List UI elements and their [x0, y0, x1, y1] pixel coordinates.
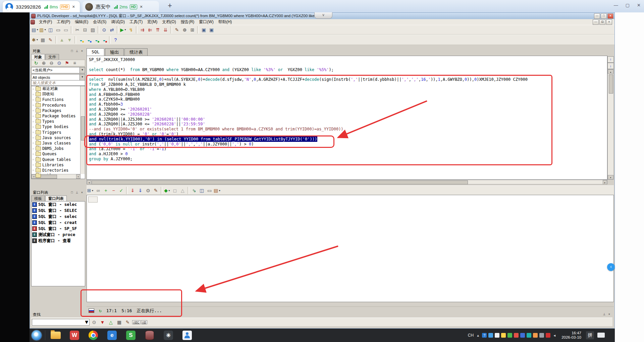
print-icon[interactable]: ▭	[54, 26, 62, 34]
menu-item[interactable]: 调试(D)	[109, 19, 127, 24]
print-setup-icon[interactable]: ▭	[62, 26, 70, 34]
edit-data-icon[interactable]: ✎	[47, 36, 54, 44]
code-line[interactable]: from SF_JZB000 A,IC_YBBRLB D,BM_BMBM00 k	[89, 82, 607, 87]
tree-vertical-scrollbar[interactable]	[80, 86, 85, 174]
expand-icon[interactable]: ▷	[32, 115, 36, 118]
tree-item[interactable]: ▷Directories	[32, 168, 85, 173]
indent-right-icon[interactable]: ⇉	[139, 26, 146, 34]
mdi-close-button[interactable]: ×	[606, 19, 612, 25]
next-page-icon[interactable]: △	[179, 187, 186, 194]
code-line[interactable]: and A.fbbh00=3	[89, 102, 607, 107]
commit-icon[interactable]: ◒	[77, 36, 85, 44]
tree-item[interactable]: ▷Queue tables	[32, 157, 85, 162]
case-option-badge[interactable]: ABC	[132, 320, 141, 324]
tree-item[interactable]: ▷Types	[32, 119, 85, 124]
edit-cell-icon[interactable]: ✎	[152, 187, 160, 194]
code-line[interactable]: and A.JZRQ00 >= '20260201'	[89, 107, 607, 112]
menu-item[interactable]: 会话(S)	[91, 19, 109, 24]
mdi-minimize-button[interactable]: —	[593, 19, 599, 25]
maximize-icon[interactable]: ▢	[626, 3, 630, 8]
filter-flag-icon[interactable]: ⚑	[63, 59, 71, 67]
expand-icon[interactable]: ▷	[32, 104, 36, 107]
editor-vertical-scrollbar[interactable]: ▴ ▾	[607, 69, 614, 180]
code-line[interactable]: and nvl(trim(k.YYID00),'0') in (select Y…	[89, 137, 607, 142]
search-up-icon[interactable]: △	[107, 318, 115, 326]
code-line[interactable]: select nvl(sum(nvl(A.MZBZJE,0)+nvl(A.SYB…	[89, 77, 607, 82]
expand-icon[interactable]: ▷	[32, 109, 36, 112]
lowercase-icon[interactable]: ⇊	[162, 26, 169, 34]
code-line[interactable]: and a.CZYKS0=k.BMBH00	[89, 97, 607, 102]
bookmark-down-button[interactable]: ↓	[607, 63, 614, 69]
touch-keyboard-icon[interactable]	[597, 333, 605, 338]
restore-panel-icon[interactable]: □	[69, 190, 74, 195]
fetch-commit-icon[interactable]: ◒	[93, 36, 100, 44]
window-list[interactable]: ≣SQL 窗口 - selec≣SQL 窗口 - SELEC≣SQL 窗口 - …	[31, 201, 85, 286]
tree-item[interactable]: ▷DBMS_Jobs	[32, 146, 85, 151]
configure-icon[interactable]: ▩	[39, 36, 47, 44]
menu-item[interactable]: 窗口(W)	[197, 19, 216, 24]
menu-item[interactable]: 工具(T)	[127, 19, 145, 24]
replace-icon[interactable]: ⇄	[108, 26, 116, 34]
code-line[interactable]: and (a.JZY000 = '-1' or '-1'=-1)	[89, 147, 607, 152]
expand-icon[interactable]: ▷	[32, 98, 36, 101]
find-object-icon[interactable]: ⊙	[55, 59, 63, 67]
tab-输出[interactable]: 输出	[105, 48, 124, 56]
code-line[interactable]: SP_SF_JKKJXX_TJ0000	[89, 57, 607, 62]
close-panel-icon[interactable]: ×	[607, 312, 612, 317]
wps-office-icon[interactable]: W	[69, 330, 80, 340]
restore-button[interactable]: □	[601, 13, 607, 19]
expand-icon[interactable]: ⊕	[40, 59, 48, 67]
minimize-icon[interactable]: —	[614, 3, 618, 8]
expand-icon[interactable]: ▷	[32, 141, 36, 145]
menu-item[interactable]: 宏(M)	[145, 19, 160, 24]
sql-editor[interactable]: SP_SF_JKKJXX_TJ0000select count(*) from …	[87, 56, 607, 180]
restore-panel-icon[interactable]: □	[69, 49, 74, 54]
tree-item[interactable]: ▷Package bodies	[32, 113, 85, 119]
expand-icon[interactable]: ▷	[32, 131, 36, 134]
code-line[interactable]: and a.HJJE00 > 0	[89, 152, 607, 157]
file-explorer-icon[interactable]	[50, 330, 61, 340]
window-grid-1-icon[interactable]: ▣	[200, 26, 208, 34]
tree-item[interactable]: ▷Triggers	[32, 130, 85, 135]
tab-窗口列表[interactable]: 窗口列表	[45, 195, 67, 201]
window-list-item[interactable]: ≣SQL 窗口 - SP_SF	[32, 226, 85, 232]
expand-icon[interactable]: ▷	[32, 158, 36, 161]
link-icon[interactable]: ∞	[94, 187, 102, 194]
window-list-item[interactable]: ≣SQL 窗口 - selec	[32, 202, 85, 208]
search-down-icon[interactable]: ▼	[99, 318, 106, 326]
pin-panel-icon[interactable]: ⊥	[74, 49, 79, 54]
describe-icon[interactable]: ✎	[173, 26, 181, 34]
tree-item[interactable]: ▷Procedures	[32, 103, 85, 108]
ime-indicator[interactable]: 拼	[586, 331, 594, 339]
object-filter-dropdown[interactable]: All objects ▼	[31, 74, 85, 80]
pin-panel-icon[interactable]: ⊥	[74, 190, 79, 195]
tab-对象[interactable]: 对象	[31, 54, 45, 60]
language-indicator[interactable]: CH	[468, 333, 474, 338]
stop-icon[interactable]: ◻	[171, 187, 179, 194]
expand-icon[interactable]: ▷	[32, 93, 36, 96]
close-panel-icon[interactable]: ×	[79, 49, 85, 54]
database-tool-icon[interactable]	[144, 330, 155, 340]
messenger-icon[interactable]	[181, 330, 193, 340]
object-search-input[interactable]: 输入搜索文本	[31, 80, 85, 86]
window-list-item[interactable]: ≣程序窗口 - 查看	[32, 238, 85, 244]
code-line[interactable]: and A.JZRQ00||A.JZSJ00 <= '20260228'||'2…	[89, 122, 607, 127]
code-line[interactable]: --and (as_YYID00='0' or exists(select 1 …	[89, 127, 607, 132]
fetch-next-icon[interactable]: ▼	[66, 36, 73, 44]
code-line[interactable]: and ('0,0' is null or instr(','||'0,0'||…	[89, 142, 607, 147]
editor-horizontal-scrollbar[interactable]: ◂▸	[87, 180, 607, 184]
sort-desc-icon[interactable]: ⇓	[129, 187, 137, 194]
code-line[interactable]: and A.JZRQ00||A.JZSJ00 >= '20260201'||'0…	[89, 117, 607, 122]
selection-scope-icon[interactable]: ▦	[115, 318, 123, 326]
tab-统计表[interactable]: 统计表	[124, 48, 148, 56]
tree-item[interactable]: ▷Java sources	[32, 135, 85, 140]
expand-icon[interactable]: ▷	[32, 136, 36, 139]
expand-icon[interactable]: ▷	[32, 147, 36, 150]
taskbar-clock[interactable]: 16:47 2026-03-10	[561, 331, 581, 340]
open-file-icon[interactable]: ▥▼	[39, 26, 47, 34]
delete-row-icon[interactable]: −	[110, 187, 117, 194]
chrome-icon[interactable]	[88, 330, 99, 340]
expand-icon[interactable]: ▷	[32, 88, 36, 91]
expand-icon[interactable]: ▷	[32, 163, 36, 166]
close-icon[interactable]: ✕	[637, 3, 641, 8]
